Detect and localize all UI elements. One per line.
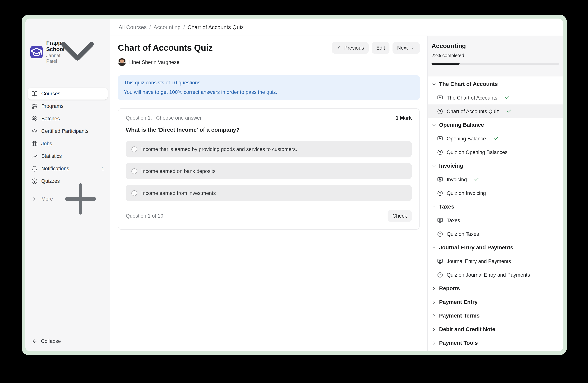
sidebar-item-more[interactable]: More xyxy=(28,193,108,205)
collapse-left-icon xyxy=(31,338,37,344)
outline-item-taxes[interactable]: Taxes xyxy=(428,213,563,227)
outline-item-opening-balance[interactable]: Opening Balance xyxy=(428,132,563,145)
check-icon xyxy=(504,95,510,100)
outline-section-invoicing[interactable]: Invoicing xyxy=(428,159,563,172)
sidebar-item-notifications[interactable]: Notifications1 xyxy=(28,163,108,174)
check-icon xyxy=(504,95,510,100)
course-title: Accounting xyxy=(432,42,559,50)
chevron-right-icon xyxy=(432,300,437,305)
course-header: Accounting 22% completed xyxy=(428,36,563,77)
sidebar-item-courses[interactable]: Courses xyxy=(28,88,108,99)
options-list: Income that is earned by providing goods… xyxy=(126,141,412,201)
answer-option[interactable]: Income earned from investments xyxy=(126,185,412,201)
chevron-right-icon xyxy=(432,286,437,291)
outline-item-chart-of-accounts-quiz[interactable]: Chart of Accounts Quiz xyxy=(428,104,563,118)
question-text: What is the 'Direct Income' of a company… xyxy=(126,126,412,133)
sidebar-collapse-button[interactable]: Collapse xyxy=(28,335,108,347)
sidebar-item-batches[interactable]: Batches xyxy=(28,113,108,125)
course-outline: The Chart of AccountsThe Chart of Accoun… xyxy=(428,77,563,351)
bell-icon xyxy=(31,166,38,172)
outline-item-label: Quiz on Taxes xyxy=(447,231,479,237)
quiz-notice-line2: You will have to get 100% correct answer… xyxy=(124,89,414,96)
content-area: All Courses / Accounting / Chart of Acco… xyxy=(110,19,563,351)
author-avatar xyxy=(118,58,126,66)
breadcrumb-accounting[interactable]: Accounting xyxy=(153,24,181,30)
outline-section-label: Debit and Credit Note xyxy=(439,326,495,332)
sidebar-item-certified-participants[interactable]: Certified Participants xyxy=(28,125,108,137)
outline-item-the-chart-of-accounts[interactable]: The Chart of Accounts xyxy=(428,91,563,104)
breadcrumb-all-courses[interactable]: All Courses xyxy=(119,24,147,30)
next-button[interactable]: Next xyxy=(393,42,420,54)
chevron-down-icon xyxy=(50,23,105,79)
radio-button[interactable] xyxy=(131,168,137,174)
breadcrumb-current: Chart of Accounts Quiz xyxy=(188,24,244,30)
graduation-cap-icon xyxy=(30,46,43,58)
answer-option-label: Income earned from investments xyxy=(141,190,216,196)
chevron-down-icon xyxy=(432,122,437,127)
help-circle-icon xyxy=(437,108,443,114)
users-icon xyxy=(31,116,38,122)
outline-section-payment-tools[interactable]: Payment Tools xyxy=(428,336,563,350)
answer-option[interactable]: Income that is earned by providing goods… xyxy=(126,141,412,157)
outline-item-quiz-on-invoicing[interactable]: Quiz on Invoicing xyxy=(428,186,563,200)
chevron-right-icon xyxy=(432,300,437,305)
monitor-play-icon xyxy=(437,95,443,100)
answer-option[interactable]: Income earned on bank deposits xyxy=(126,163,412,179)
bell-icon xyxy=(31,166,38,172)
left-sidebar: Frappe School Jannat Patel CoursesProgra… xyxy=(25,19,110,351)
sidebar-item-jobs[interactable]: Jobs xyxy=(28,138,108,150)
chevron-right-icon xyxy=(432,327,437,332)
outline-item-quiz-on-taxes[interactable]: Quiz on Taxes xyxy=(428,227,563,241)
outline-item-label: Opening Balance xyxy=(447,136,486,141)
course-progress-bar xyxy=(432,63,559,65)
chevron-right-icon xyxy=(432,340,437,345)
outline-section-opening-balance[interactable]: Opening Balance xyxy=(428,118,563,132)
sidebar-item-statistics[interactable]: Statistics xyxy=(28,150,108,162)
answer-option-label: Income that is earned by providing goods… xyxy=(141,146,297,152)
outline-item-journal-entry-and-payments[interactable]: Journal Entry and Payments xyxy=(428,254,563,268)
outline-item-label: Quiz on Invoicing xyxy=(447,190,486,196)
sidebar-item-label: Jobs xyxy=(41,141,52,147)
outline-section-payment-entry[interactable]: Payment Entry xyxy=(428,295,563,309)
help-circle-icon xyxy=(437,149,443,155)
workspace-switcher[interactable]: Frappe School Jannat Patel xyxy=(28,23,108,81)
outline-section-taxes[interactable]: Taxes xyxy=(428,200,563,213)
outline-section-label: Taxes xyxy=(439,204,454,210)
chevron-down-icon[interactable] xyxy=(50,23,105,81)
chevron-left-icon xyxy=(337,45,341,50)
edit-button[interactable]: Edit xyxy=(372,42,390,54)
chevron-left-icon xyxy=(337,45,341,50)
check-icon xyxy=(493,136,498,141)
radio-button[interactable] xyxy=(131,146,137,152)
outline-section-journal-entry-and-payments[interactable]: Journal Entry and Payments xyxy=(428,241,563,254)
previous-button[interactable]: Previous xyxy=(332,42,369,54)
outline-section-the-chart-of-accounts[interactable]: The Chart of Accounts xyxy=(428,77,563,91)
breadcrumb: All Courses / Accounting / Chart of Acco… xyxy=(110,19,563,36)
help-circle-icon xyxy=(437,272,443,278)
help-circle-icon xyxy=(437,190,443,196)
chevron-down-icon xyxy=(432,204,437,209)
graduation-cap-icon xyxy=(31,128,38,134)
next-label: Next xyxy=(397,45,408,51)
chevron-right-icon xyxy=(432,327,437,332)
outline-item-label: Invoicing xyxy=(447,176,467,182)
outline-item-quiz-on-opening-balances[interactable]: Quiz on Opening Balances xyxy=(428,145,563,159)
radio-button[interactable] xyxy=(131,190,137,196)
sidebar-item-programs[interactable]: Programs xyxy=(28,100,108,112)
outline-section-label: Opening Balance xyxy=(439,122,484,128)
outline-section-debit-and-credit-note[interactable]: Debit and Credit Note xyxy=(428,323,563,336)
outline-item-quiz-on-journal-entry-and-payments[interactable]: Quiz on Journal Entry and Payments xyxy=(428,268,563,282)
chevron-right-icon xyxy=(432,340,437,345)
chevron-right-icon xyxy=(432,313,437,318)
outline-section-reports[interactable]: Reports xyxy=(428,282,563,295)
monitor-play-icon xyxy=(437,136,443,141)
outline-section-payment-terms[interactable]: Payment Terms xyxy=(428,309,563,323)
monitor-play-icon xyxy=(437,217,443,223)
check-button[interactable]: Check xyxy=(387,210,412,222)
quiz-notice-line1: This quiz consists of 10 questions. xyxy=(124,79,414,86)
outline-item-invoicing[interactable]: Invoicing xyxy=(428,172,563,186)
sidebar-item-label: Certified Participants xyxy=(41,128,88,134)
question-marks: 1 Mark xyxy=(396,115,412,121)
chevron-right-icon xyxy=(432,313,437,318)
collapse-label: Collapse xyxy=(41,338,61,344)
